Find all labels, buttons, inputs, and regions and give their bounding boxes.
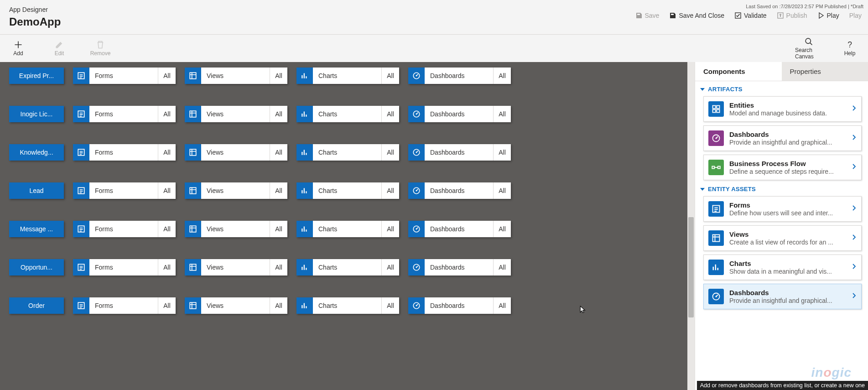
tile-label: Forms — [89, 106, 158, 122]
publish-icon — [777, 12, 784, 19]
dashboards-tile[interactable]: DashboardsAll — [408, 68, 511, 84]
tile-all: All — [494, 144, 511, 161]
forms-tile[interactable]: FormsAll — [73, 221, 176, 237]
dashboards-tile[interactable]: DashboardsAll — [408, 144, 511, 161]
vertical-scrollbar[interactable] — [687, 62, 695, 390]
tile-label: Dashboards — [425, 68, 494, 84]
chevron-right-icon — [850, 163, 858, 172]
charts-tile[interactable]: ChartsAll — [296, 259, 399, 276]
charts-icon — [296, 297, 313, 314]
entity-row: Expired Pr...FormsAllViewsAllChartsAllDa… — [9, 68, 676, 84]
dashboards-tile[interactable]: DashboardsAll — [408, 182, 511, 199]
card-views[interactable]: ViewsCreate a list view of records for a… — [703, 225, 862, 251]
tile-label: Charts — [313, 221, 382, 237]
forms-tile[interactable]: FormsAll — [73, 259, 176, 276]
dashboards-tile[interactable]: DashboardsAll — [408, 106, 511, 122]
views-tile[interactable]: ViewsAll — [185, 106, 287, 122]
charts-tile[interactable]: ChartsAll — [296, 106, 399, 122]
scrollbar-thumb[interactable] — [688, 217, 694, 317]
entity-tile[interactable]: Message ... — [9, 221, 64, 237]
publish-button[interactable]: Publish — [775, 11, 809, 20]
help-button[interactable]: Help — [836, 40, 863, 57]
side-panel: Components Properties ARTIFACTS Entities… — [695, 62, 868, 390]
chevron-right-icon — [850, 234, 858, 243]
canvas: Expired Pr...FormsAllViewsAllChartsAllDa… — [0, 62, 695, 390]
card-bpf[interactable]: Business Process FlowDefine a sequence o… — [703, 155, 862, 180]
views-tile[interactable]: ViewsAll — [185, 144, 287, 161]
validate-button[interactable]: Validate — [733, 11, 769, 20]
dashboards-tile[interactable]: DashboardsAll — [408, 221, 511, 237]
charts-tile[interactable]: ChartsAll — [296, 297, 399, 314]
entity-tile[interactable]: Expired Pr... — [9, 68, 64, 84]
views-icon — [185, 106, 201, 122]
forms-icon — [73, 259, 89, 276]
tile-label: Dashboards — [425, 144, 494, 161]
charts-tile[interactable]: ChartsAll — [296, 182, 399, 199]
forms-icon — [73, 106, 89, 122]
forms-tile[interactable]: FormsAll — [73, 68, 176, 84]
card-charts[interactable]: ChartsShow data in a meaningful and vis.… — [703, 255, 862, 280]
views-tile[interactable]: ViewsAll — [185, 68, 287, 84]
tile-all: All — [382, 297, 399, 314]
views-tile[interactable]: ViewsAll — [185, 259, 287, 276]
save-icon — [635, 12, 643, 19]
charts-tile[interactable]: ChartsAll — [296, 68, 399, 84]
dashboards-tile[interactable]: DashboardsAll — [408, 259, 511, 276]
validate-icon — [734, 12, 742, 19]
views-tile[interactable]: ViewsAll — [185, 182, 287, 199]
charts-tile[interactable]: ChartsAll — [296, 221, 399, 237]
edit-button[interactable]: Edit — [46, 40, 73, 57]
entity-tile[interactable]: Order — [9, 297, 64, 314]
views-tile[interactable]: ViewsAll — [185, 221, 287, 237]
search-canvas-button[interactable]: Search Canvas — [795, 37, 822, 60]
card-dashboards-asset[interactable]: DashboardsProvide an insightful and grap… — [703, 284, 862, 309]
tile-label: Forms — [89, 68, 158, 84]
charts-tile[interactable]: ChartsAll — [296, 144, 399, 161]
save-and-close-button[interactable]: Save And Close — [667, 11, 726, 20]
card-dashboards-artifact[interactable]: DashboardsProvide an insightful and grap… — [703, 125, 862, 151]
views-icon — [708, 230, 724, 246]
card-forms[interactable]: FormsDefine how users will see and inter… — [703, 196, 862, 222]
tile-all: All — [158, 297, 176, 314]
chevron-right-icon — [850, 134, 858, 143]
forms-tile[interactable]: FormsAll — [73, 182, 176, 199]
search-icon — [804, 37, 813, 46]
views-tile[interactable]: ViewsAll — [185, 297, 287, 314]
forms-tile[interactable]: FormsAll — [73, 106, 176, 122]
tile-all: All — [270, 259, 287, 276]
tab-properties[interactable]: Properties — [782, 62, 868, 81]
tile-label: Charts — [313, 144, 382, 161]
card-entities[interactable]: EntitiesModel and manage business data. — [703, 96, 862, 122]
section-entity-assets[interactable]: ENTITY ASSETS — [700, 186, 863, 192]
entity-tile[interactable]: Lead — [9, 182, 64, 199]
play-icon — [817, 12, 825, 19]
entity-row: OrderFormsAllViewsAllChartsAllDashboards… — [9, 297, 676, 314]
tile-all: All — [494, 297, 511, 314]
section-artifacts[interactable]: ARTIFACTS — [700, 86, 863, 93]
tile-label: Dashboards — [425, 106, 494, 122]
forms-icon — [73, 182, 89, 199]
tile-label: Views — [201, 221, 270, 237]
play-button[interactable]: Play — [816, 11, 841, 20]
save-button[interactable]: Save — [634, 11, 661, 20]
chevron-right-icon — [850, 263, 858, 272]
entity-tile[interactable]: Inogic Lic... — [9, 106, 64, 122]
play-button-2[interactable]: Play — [847, 11, 863, 20]
forms-icon — [73, 221, 89, 237]
dashboards-tile[interactable]: DashboardsAll — [408, 297, 511, 314]
remove-button[interactable]: Remove — [87, 40, 114, 57]
entity-row: Message ...FormsAllViewsAllChartsAllDash… — [9, 221, 676, 237]
tile-label: Forms — [89, 144, 158, 161]
entity-tile[interactable]: Knowledg... — [9, 144, 64, 161]
caret-down-icon — [700, 87, 705, 92]
tile-all: All — [270, 144, 287, 161]
chevron-right-icon — [850, 204, 858, 213]
forms-tile[interactable]: FormsAll — [73, 297, 176, 314]
forms-tile[interactable]: FormsAll — [73, 144, 176, 161]
tile-all: All — [158, 182, 176, 199]
views-icon — [185, 297, 201, 314]
tab-components[interactable]: Components — [695, 62, 782, 81]
tile-label: Dashboards — [425, 297, 494, 314]
entity-tile[interactable]: Opportun... — [9, 259, 64, 276]
add-button[interactable]: Add — [5, 40, 32, 57]
